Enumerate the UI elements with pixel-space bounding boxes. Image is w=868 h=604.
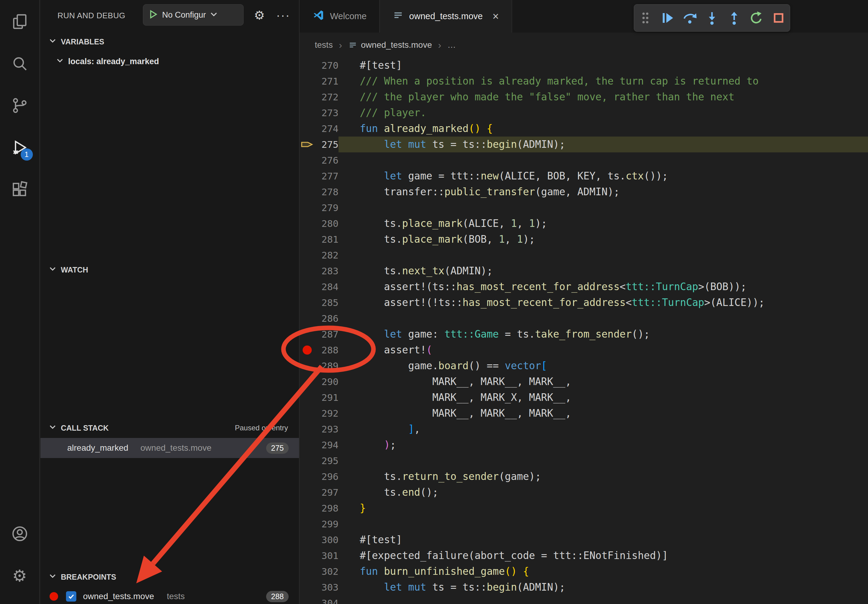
more-actions-icon[interactable]: ···	[274, 6, 292, 24]
code-text[interactable]: let mut ts = ts::begin(ADMIN);	[338, 579, 868, 595]
explorer-icon[interactable]	[6, 8, 33, 35]
code-editor[interactable]: 270#[test]271/// When a position is alre…	[299, 57, 868, 604]
close-icon[interactable]: ×	[492, 10, 499, 23]
code-text[interactable]: /// When a position is already marked, t…	[338, 73, 868, 89]
gutter-breakpoint-slot[interactable]	[299, 437, 315, 453]
code-text[interactable]: MARK__, MARK__, MARK__,	[338, 406, 868, 421]
code-text[interactable]	[338, 247, 868, 263]
breadcrumb-more[interactable]: …	[447, 40, 456, 50]
start-debug-icon[interactable]	[148, 9, 158, 21]
gutter-breakpoint-slot[interactable]	[299, 326, 315, 342]
stop-button[interactable]	[769, 9, 788, 27]
breakpoints-section-header[interactable]: BREAKPOINTS	[40, 567, 299, 586]
gutter-breakpoint-slot[interactable]	[299, 406, 315, 421]
gutter-breakpoint-slot[interactable]	[299, 469, 315, 485]
gutter-breakpoint-slot[interactable]	[299, 390, 315, 406]
code-text[interactable]: MARK__, MARK_X, MARK__,	[338, 390, 868, 406]
gutter-breakpoint-slot[interactable]	[299, 595, 315, 604]
code-text[interactable]	[338, 516, 868, 532]
code-text[interactable]: ],	[338, 421, 868, 437]
code-text[interactable]: transfer::public_transfer(game, ADMIN);	[338, 184, 868, 200]
locals-scope-row[interactable]: locals: already_marked	[40, 52, 299, 71]
breakpoint-dot[interactable]	[299, 342, 315, 358]
source-control-icon[interactable]	[6, 92, 33, 119]
gutter-breakpoint-slot[interactable]	[299, 485, 315, 500]
drag-grip-icon[interactable]	[636, 9, 655, 27]
breakpoint-row[interactable]: owned_tests.move tests 288	[40, 587, 299, 604]
gutter-breakpoint-slot[interactable]	[299, 73, 315, 89]
gutter-breakpoint-slot[interactable]	[299, 500, 315, 516]
gutter-breakpoint-slot[interactable]	[299, 453, 315, 469]
code-text[interactable]: /// the player who made the "false" move…	[338, 89, 868, 105]
code-text[interactable]: /// player.	[338, 105, 868, 121]
breakpoint-checkbox[interactable]	[66, 591, 76, 602]
gutter-breakpoint-slot[interactable]	[299, 532, 315, 548]
gutter-breakpoint-slot[interactable]	[299, 89, 315, 105]
code-text[interactable]: assert!(ts::has_most_recent_for_address<…	[338, 279, 868, 295]
gutter-breakpoint-slot[interactable]	[299, 168, 315, 184]
code-text[interactable]: ts.return_to_sender(game);	[338, 469, 868, 485]
code-text[interactable]: let mut ts = ts::begin(ADMIN);	[338, 136, 868, 152]
gutter-breakpoint-slot[interactable]	[299, 263, 315, 279]
code-text[interactable]: ts.next_tx(ADMIN);	[338, 263, 868, 279]
gutter-breakpoint-slot[interactable]	[299, 200, 315, 215]
code-text[interactable]: MARK__, MARK__, MARK__,	[338, 374, 868, 390]
gutter-breakpoint-slot[interactable]	[299, 121, 315, 136]
gutter-breakpoint-slot[interactable]	[299, 231, 315, 247]
gutter-breakpoint-slot[interactable]	[299, 57, 315, 73]
code-text[interactable]: game.board() == vector[	[338, 358, 868, 374]
debug-current-line-arrow[interactable]	[299, 136, 315, 152]
step-over-button[interactable]	[680, 9, 699, 27]
gutter-breakpoint-slot[interactable]	[299, 548, 315, 564]
code-text[interactable]: fun burn_unfinished_game() {	[338, 564, 868, 579]
step-into-button[interactable]	[702, 9, 721, 27]
code-text[interactable]: #[test]	[338, 532, 868, 548]
gutter-breakpoint-slot[interactable]	[299, 279, 315, 295]
code-text[interactable]: ts.place_mark(ALICE, 1, 1);	[338, 215, 868, 231]
gutter-breakpoint-slot[interactable]	[299, 152, 315, 168]
code-text[interactable]	[338, 311, 868, 326]
code-text[interactable]	[338, 152, 868, 168]
gutter-breakpoint-slot[interactable]	[299, 374, 315, 390]
code-text[interactable]	[338, 595, 868, 604]
variables-section-header[interactable]: VARIABLES	[40, 32, 299, 51]
gutter-breakpoint-slot[interactable]	[299, 311, 315, 326]
code-text[interactable]: }	[338, 500, 868, 516]
code-text[interactable]: fun already_marked() {	[338, 121, 868, 136]
code-text[interactable]: let game = ttt::new(ALICE, BOB, KEY, ts.…	[338, 168, 868, 184]
gutter-breakpoint-slot[interactable]	[299, 295, 315, 311]
call-stack-frame-row[interactable]: already_marked owned_tests.move 275	[40, 438, 299, 458]
gutter-breakpoint-slot[interactable]	[299, 247, 315, 263]
code-text[interactable]: #[expected_failure(abort_code = ttt::ENo…	[338, 548, 868, 564]
account-icon[interactable]	[6, 520, 33, 547]
code-text[interactable]	[338, 453, 868, 469]
debug-settings-gear-icon[interactable]: ⚙	[250, 6, 268, 24]
breadcrumb-file[interactable]: owned_tests.move	[348, 40, 432, 50]
step-out-button[interactable]	[725, 9, 744, 27]
code-text[interactable]	[338, 200, 868, 215]
search-icon[interactable]	[6, 50, 33, 77]
gutter-breakpoint-slot[interactable]	[299, 215, 315, 231]
code-text[interactable]: assert!(!ts::has_most_recent_for_address…	[338, 295, 868, 311]
run-and-debug-icon[interactable]: 1	[6, 134, 33, 161]
gutter-breakpoint-slot[interactable]	[299, 516, 315, 532]
settings-gear-icon[interactable]: ⚙	[6, 562, 33, 589]
debug-configuration-dropdown[interactable]: No Configur	[143, 4, 243, 26]
gutter-breakpoint-slot[interactable]	[299, 421, 315, 437]
gutter-breakpoint-slot[interactable]	[299, 358, 315, 374]
restart-button[interactable]	[747, 9, 766, 27]
code-text[interactable]: );	[338, 437, 868, 453]
continue-button[interactable]	[658, 9, 677, 27]
code-text[interactable]: let game: ttt::Game = ts.take_from_sende…	[338, 326, 868, 342]
code-text[interactable]: assert!(	[338, 342, 868, 358]
gutter-breakpoint-slot[interactable]	[299, 579, 315, 595]
call-stack-section-header[interactable]: CALL STACK Paused on entry	[40, 418, 299, 437]
gutter-breakpoint-slot[interactable]	[299, 564, 315, 579]
tab-welcome[interactable]: Welcome	[299, 0, 380, 33]
code-text[interactable]: #[test]	[338, 57, 868, 73]
code-text[interactable]: ts.end();	[338, 485, 868, 500]
watch-section-header[interactable]: WATCH	[40, 260, 299, 279]
gutter-breakpoint-slot[interactable]	[299, 105, 315, 121]
code-text[interactable]: ts.place_mark(BOB, 1, 1);	[338, 231, 868, 247]
tab-owned-tests-move[interactable]: owned_tests.move ×	[380, 0, 512, 33]
